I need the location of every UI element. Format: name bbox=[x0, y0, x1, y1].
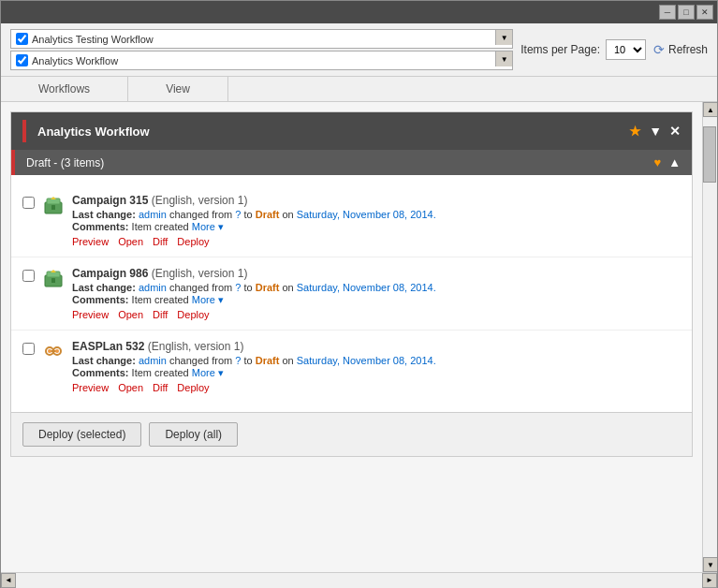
item2-content: Campaign 986 (English, version 1) Last c… bbox=[72, 267, 681, 320]
items-per-page-select[interactable]: 5 10 25 50 bbox=[606, 39, 646, 60]
item1-comments: Comments: Item created More ▾ bbox=[72, 221, 681, 233]
workflow-item-2[interactable]: Analytics Workflow ▼ bbox=[10, 51, 513, 70]
rss-icon[interactable]: ★ bbox=[629, 124, 641, 139]
item1-date: Saturday, November 08, 2014. bbox=[297, 209, 436, 220]
close-button[interactable]: ✕ bbox=[696, 5, 713, 20]
item1-content: Campaign 315 (English, version 1) Last c… bbox=[72, 194, 681, 247]
item2-actions: Preview Open Diff Deploy bbox=[72, 309, 681, 320]
item3-version: (English, version 1) bbox=[148, 340, 244, 353]
panel-close-icon[interactable]: ✕ bbox=[669, 124, 681, 139]
item1-user: admin bbox=[139, 209, 169, 220]
main-scroll-area[interactable]: Analytics Workflow ★ ▼ ✕ Draft - (3 item… bbox=[1, 102, 702, 572]
item1-actions: Preview Open Diff Deploy bbox=[72, 236, 681, 247]
item3-comments: Comments: Item created More ▾ bbox=[72, 367, 681, 379]
panel-header-left: Analytics Workflow bbox=[22, 120, 150, 142]
table-row: Campaign 986 (English, version 1) Last c… bbox=[11, 257, 692, 331]
item2-icon bbox=[42, 267, 65, 289]
section-rss-icon[interactable]: ♥ bbox=[653, 155, 661, 169]
item3-open-link[interactable]: Open bbox=[118, 382, 143, 393]
item2-comments: Comments: Item created More ▾ bbox=[72, 294, 681, 306]
bottom-action-bar: Deploy (selected) Deploy (all) bbox=[11, 412, 692, 456]
deploy-selected-button[interactable]: Deploy (selected) bbox=[22, 422, 141, 447]
chevron-down-icon[interactable]: ▼ bbox=[649, 124, 662, 139]
item2-comment-text: Item created bbox=[132, 294, 192, 305]
svg-point-12 bbox=[55, 349, 59, 353]
item1-last-change-label: Last change: bbox=[72, 209, 136, 220]
item3-content: EASPLan 532 (English, version 1) Last ch… bbox=[72, 340, 681, 393]
workflow-item-1[interactable]: Analytics Testing Workflow ▼ bbox=[10, 29, 513, 49]
workflow1-dropdown[interactable]: ▼ bbox=[495, 30, 512, 45]
item3-comment-text: Item created bbox=[132, 367, 192, 378]
item2-preview-link[interactable]: Preview bbox=[72, 309, 109, 320]
item3-title: EASPLan 532 (English, version 1) bbox=[72, 340, 681, 353]
section-header: Draft - (3 items) ♥ ▲ bbox=[15, 150, 692, 175]
item1-preview-link[interactable]: Preview bbox=[72, 236, 109, 247]
item2-user: admin bbox=[139, 282, 169, 293]
item2-title: Campaign 986 (English, version 1) bbox=[72, 267, 681, 280]
item3-to: Draft bbox=[256, 355, 283, 366]
item2-checkbox[interactable] bbox=[22, 270, 35, 282]
scroll-down-button[interactable]: ▼ bbox=[703, 557, 717, 572]
workflow-list: Analytics Testing Workflow ▼ Analytics W… bbox=[10, 29, 513, 70]
item1-open-link[interactable]: Open bbox=[118, 236, 143, 247]
item1-more-link[interactable]: More ▾ bbox=[192, 221, 224, 232]
item3-deploy-link[interactable]: Deploy bbox=[177, 382, 209, 393]
scroll-track bbox=[703, 117, 717, 557]
refresh-button[interactable]: ⟳ Refresh bbox=[653, 42, 708, 57]
item1-icon bbox=[42, 194, 65, 216]
workflow1-label: Analytics Testing Workflow bbox=[32, 34, 507, 45]
item1-version: (English, version 1) bbox=[152, 194, 248, 207]
item3-icon bbox=[42, 340, 65, 362]
refresh-label: Refresh bbox=[668, 43, 708, 56]
item2-more-link[interactable]: More ▾ bbox=[192, 294, 224, 305]
minimize-button[interactable]: ─ bbox=[659, 5, 676, 20]
panel-header: Analytics Workflow ★ ▼ ✕ bbox=[11, 112, 692, 150]
item1-to: Draft bbox=[256, 209, 283, 220]
toolbar: Analytics Testing Workflow ▼ Analytics W… bbox=[1, 23, 717, 77]
workflow2-checkbox[interactable] bbox=[16, 54, 28, 66]
tab-view[interactable]: View bbox=[128, 77, 228, 101]
item2-meta: Last change: admin changed from ? to Dra… bbox=[72, 282, 681, 293]
panel-header-icons: ★ ▼ ✕ bbox=[629, 124, 681, 139]
scroll-right-button[interactable]: ► bbox=[702, 573, 717, 588]
item-list: Campaign 315 (English, version 1) Last c… bbox=[11, 175, 692, 412]
item3-diff-link[interactable]: Diff bbox=[153, 382, 168, 393]
item3-more-link[interactable]: More ▾ bbox=[192, 367, 224, 378]
item3-preview-link[interactable]: Preview bbox=[72, 382, 109, 393]
scroll-left-button[interactable]: ◄ bbox=[1, 573, 16, 588]
svg-rect-3 bbox=[51, 205, 55, 210]
item1-deploy-link[interactable]: Deploy bbox=[177, 236, 209, 247]
items-per-page-label: Items per Page: bbox=[520, 43, 600, 56]
item1-checkbox[interactable] bbox=[22, 197, 35, 209]
table-row: EASPLan 532 (English, version 1) Last ch… bbox=[11, 331, 692, 403]
item3-user: admin bbox=[139, 355, 169, 366]
item3-checkbox[interactable] bbox=[22, 343, 35, 355]
scroll-up-button[interactable]: ▲ bbox=[703, 102, 717, 117]
item2-to: Draft bbox=[256, 282, 283, 293]
scroll-thumb[interactable] bbox=[703, 126, 716, 183]
item3-date: Saturday, November 08, 2014. bbox=[297, 355, 436, 366]
item2-open-link[interactable]: Open bbox=[118, 309, 143, 320]
refresh-icon: ⟳ bbox=[653, 42, 665, 57]
main-window: ─ □ ✕ Analytics Testing Workflow ▼ Analy… bbox=[0, 0, 718, 588]
section-chevron-icon[interactable]: ▲ bbox=[668, 155, 681, 169]
item2-deploy-link[interactable]: Deploy bbox=[177, 309, 209, 320]
tab-workflows[interactable]: Workflows bbox=[1, 77, 128, 101]
workflow2-dropdown[interactable]: ▼ bbox=[495, 51, 512, 66]
item2-date: Saturday, November 08, 2014. bbox=[297, 282, 436, 293]
panel-title: Analytics Workflow bbox=[37, 125, 150, 139]
item3-actions: Preview Open Diff Deploy bbox=[72, 382, 681, 393]
vertical-scrollbar: ▲ ▼ bbox=[702, 102, 717, 572]
items-per-page-control: Items per Page: 5 10 25 50 bbox=[520, 39, 646, 60]
nav-tabs: Workflows View bbox=[1, 77, 717, 102]
item3-meta: Last change: admin changed from ? to Dra… bbox=[72, 355, 681, 366]
svg-rect-7 bbox=[51, 278, 55, 283]
item2-diff-link[interactable]: Diff bbox=[153, 309, 168, 320]
item1-diff-link[interactable]: Diff bbox=[153, 236, 168, 247]
workflow1-checkbox[interactable] bbox=[16, 33, 28, 45]
deploy-all-button[interactable]: Deploy (all) bbox=[149, 422, 238, 447]
item3-from: ? bbox=[235, 355, 243, 366]
maximize-button[interactable]: □ bbox=[678, 5, 695, 20]
red-accent-bar bbox=[22, 120, 26, 142]
section-header-wrapper: Draft - (3 items) ♥ ▲ bbox=[11, 150, 692, 175]
